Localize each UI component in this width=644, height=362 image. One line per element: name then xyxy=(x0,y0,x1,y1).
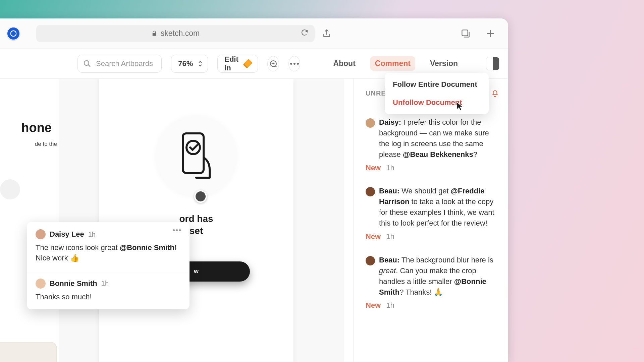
left-artboard-clip: hone de to the xyxy=(0,79,59,362)
cursor-icon xyxy=(456,102,465,114)
panel-toggle-button[interactable] xyxy=(486,57,499,70)
comment-author: Daisy Lee xyxy=(50,230,84,239)
svg-point-2 xyxy=(84,61,89,65)
edit-label: Edit in xyxy=(224,55,241,72)
follow-document-item[interactable]: Follow Entire Document xyxy=(385,75,489,94)
avatar xyxy=(36,229,46,239)
browser-window: sketch.com Search Artboards 76% xyxy=(0,18,508,362)
unfollow-document-item[interactable]: Unfollow Document xyxy=(385,94,489,112)
new-tab-icon[interactable] xyxy=(484,27,496,40)
svg-rect-1 xyxy=(462,30,468,36)
bell-icon[interactable] xyxy=(491,89,499,98)
sketch-diamond-icon xyxy=(243,59,253,68)
canvas-main: ord has set w xyxy=(59,79,344,362)
comment-time: 1h xyxy=(88,231,96,238)
status-badge: New xyxy=(366,300,381,311)
more-icon xyxy=(290,63,299,65)
comment-list: Daisy: I prefer this color for the backg… xyxy=(366,117,499,311)
avatar xyxy=(366,256,375,265)
svg-point-4 xyxy=(186,141,200,154)
avatar xyxy=(366,187,375,196)
comment-author: Beau: xyxy=(379,187,399,195)
comment-body: The new icons look great @Bonnie Smith! … xyxy=(36,243,181,263)
svg-point-0 xyxy=(11,31,16,36)
comment-author: Daisy: xyxy=(379,118,401,126)
comment-time: 1h xyxy=(386,300,394,311)
comment-pin[interactable] xyxy=(194,190,207,203)
share-icon[interactable] xyxy=(321,27,333,40)
comment-body: Thanks so much! xyxy=(36,292,181,302)
artboard-button-text: w xyxy=(194,268,199,275)
comment-author: Beau: xyxy=(379,256,399,264)
zoom-selector[interactable]: 76% xyxy=(171,55,208,73)
clipped-circle xyxy=(0,179,20,199)
lock-icon xyxy=(151,31,157,37)
comment-more-button[interactable] xyxy=(173,229,181,231)
inline-comment[interactable]: Bonnie Smith 1h Thanks so much! xyxy=(27,271,190,310)
password-manager-icon[interactable] xyxy=(7,27,20,40)
clipped-keyboard xyxy=(0,342,57,362)
zoom-value: 76% xyxy=(178,59,193,68)
mention[interactable]: @Bonnie Smith xyxy=(120,243,174,252)
phone-check-icon xyxy=(176,131,216,181)
more-menu-button[interactable] xyxy=(288,56,300,71)
follow-dropdown: Follow Entire Document Unfollow Document xyxy=(385,73,489,114)
search-input[interactable]: Search Artboards xyxy=(77,55,162,73)
comment-time: 1h xyxy=(101,280,109,287)
tab-comment[interactable]: Comment xyxy=(370,56,415,71)
edit-in-button[interactable]: Edit in xyxy=(217,55,258,73)
canvas[interactable]: hone de to the ord h xyxy=(0,79,344,362)
search-placeholder: Search Artboards xyxy=(96,59,153,68)
app-area: Search Artboards 76% Edit in About Comme… xyxy=(0,49,508,362)
chevron-up-down-icon xyxy=(198,60,203,67)
clipped-body: de to the xyxy=(35,141,57,147)
comment-tool-button[interactable] xyxy=(267,56,279,71)
tabs-icon[interactable] xyxy=(460,27,472,40)
phone-illustration xyxy=(156,116,236,196)
tab-about[interactable]: About xyxy=(328,56,360,71)
address-bar[interactable]: sketch.com xyxy=(36,25,315,42)
tab-version[interactable]: Version xyxy=(425,56,463,71)
section-header: UNRE xyxy=(366,89,386,97)
search-icon xyxy=(83,60,91,68)
browser-toolbar: sketch.com xyxy=(0,18,508,49)
comment-time: 1h xyxy=(386,163,394,173)
mention[interactable]: @Beau Bekkenenks xyxy=(403,150,473,159)
artboard-heading-l2: set xyxy=(190,225,203,237)
avatar xyxy=(366,118,375,128)
comment-time: 1h xyxy=(386,231,394,242)
status-badge: New xyxy=(366,163,381,173)
inline-comment[interactable]: Daisy Lee 1h The new icons look great @B… xyxy=(27,222,190,271)
clipped-title: hone xyxy=(21,121,52,135)
panel-comment[interactable]: Daisy: I prefer this color for the backg… xyxy=(366,117,499,173)
avatar xyxy=(36,279,46,289)
inline-comment-popover: Daisy Lee 1h The new icons look great @B… xyxy=(27,222,190,309)
status-badge: New xyxy=(366,231,381,242)
reload-icon[interactable] xyxy=(301,28,309,39)
panel-comment[interactable]: Beau: We should get @Freddie Harrison to… xyxy=(366,186,499,242)
comments-panel: UNRE Follow Entire Document Unfollow Doc… xyxy=(353,79,508,362)
comment-author: Bonnie Smith xyxy=(50,279,97,288)
panel-comment[interactable]: Beau: The background blur here is great.… xyxy=(366,255,499,311)
url-text: sketch.com xyxy=(161,29,200,38)
artboard[interactable]: ord has set w xyxy=(99,79,293,362)
